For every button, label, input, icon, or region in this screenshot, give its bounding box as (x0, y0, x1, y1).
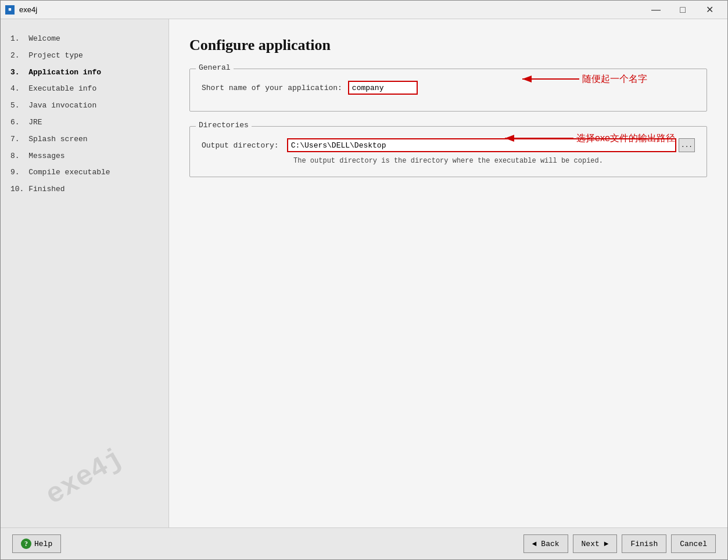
window-title: exe4j (19, 5, 643, 14)
general-section: General Short name of your application: (189, 69, 707, 112)
window-body: 1. Welcome 2. Project type 3. Applicatio… (1, 19, 727, 527)
app-icon: ■ (5, 5, 15, 15)
finish-button[interactable]: Finish (622, 534, 666, 553)
bottom-bar: ? Help ◄ Back Next ► Finish Cancel (1, 527, 727, 559)
help-label: Help (34, 540, 52, 548)
bottom-right: ◄ Back Next ► Finish Cancel (523, 534, 716, 553)
sidebar-item-jre[interactable]: 6. JRE (9, 114, 160, 131)
output-dir-label: Output directory: (202, 141, 279, 150)
sidebar-item-compile[interactable]: 9. Compile executable (9, 164, 160, 181)
app-icon-label: ■ (8, 7, 11, 13)
short-name-label: Short name of your application: (202, 84, 342, 92)
annotation1-svg: 随便起一个名字 (515, 64, 727, 99)
maximize-button[interactable]: □ (669, 1, 696, 19)
directories-legend: Directories (196, 121, 252, 130)
minimize-button[interactable]: — (643, 1, 669, 19)
sidebar-item-splash-screen[interactable]: 7. Splash screen (9, 131, 160, 148)
bottom-left: ? Help (12, 534, 61, 553)
sidebar-item-project-type[interactable]: 2. Project type (9, 48, 160, 64)
help-icon: ? (21, 539, 31, 549)
output-dir-input[interactable] (287, 138, 676, 152)
general-legend: General (196, 63, 234, 72)
directories-section: Directories Output directory: ... (189, 126, 707, 177)
page-title: Configure application (189, 37, 707, 54)
sidebar-item-finished[interactable]: 10. Finished (9, 181, 160, 198)
back-button[interactable]: ◄ Back (523, 534, 568, 553)
short-name-row: Short name of your application: 随便起一个名字 (202, 81, 695, 95)
output-dir-hint: The output directory is the directory wh… (202, 157, 695, 165)
sidebar-item-application-info[interactable]: 3. Application info (9, 64, 160, 81)
svg-text:随便起一个名字: 随便起一个名字 (582, 74, 647, 84)
content-area: General Short name of your application: (189, 69, 707, 177)
close-button[interactable]: ✕ (696, 1, 723, 19)
sidebar-item-executable-info[interactable]: 4. Executable info (9, 81, 160, 98)
sidebar-item-messages[interactable]: 8. Messages (9, 148, 160, 165)
main-content: Configure application General Short name… (169, 19, 727, 527)
short-name-input[interactable] (348, 81, 418, 95)
output-dir-row: Output directory: ... 选择exe文件的输出路径 (202, 138, 695, 152)
sidebar-item-welcome[interactable]: 1. Welcome (9, 31, 160, 48)
main-window: ■ exe4j — □ ✕ 1. Welcome 2. Project type… (0, 0, 728, 560)
next-button[interactable]: Next ► (573, 534, 618, 553)
sidebar-nav: 1. Welcome 2. Project type 3. Applicatio… (9, 31, 160, 516)
title-bar: ■ exe4j — □ ✕ (1, 1, 727, 19)
window-controls: — □ ✕ (643, 1, 723, 19)
sidebar-item-java-invocation[interactable]: 5. Java invocation (9, 98, 160, 114)
sidebar: 1. Welcome 2. Project type 3. Applicatio… (1, 19, 169, 527)
browse-button[interactable]: ... (679, 138, 695, 152)
cancel-button[interactable]: Cancel (671, 534, 716, 553)
help-button[interactable]: ? Help (12, 534, 61, 553)
